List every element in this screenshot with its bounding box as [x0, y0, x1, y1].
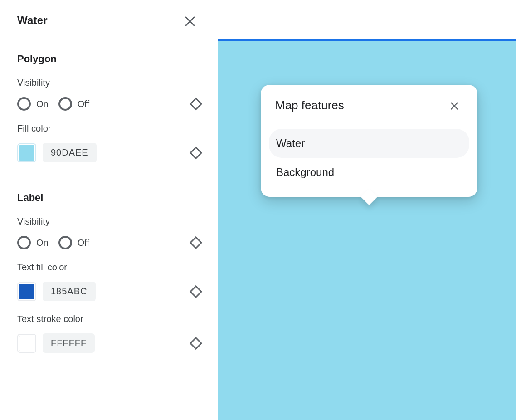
label-visibility-reset-button[interactable]: [190, 236, 202, 249]
polygon-fill-swatch[interactable]: [17, 143, 36, 162]
text-fill-hex-input[interactable]: 185ABC: [43, 282, 96, 301]
text-stroke-reset-button[interactable]: [190, 337, 202, 349]
map-topbar: [218, 0, 516, 41]
map-panel: Map features Water Background: [218, 0, 516, 420]
text-fill-swatch[interactable]: [17, 282, 36, 301]
radio-icon: [17, 236, 31, 249]
label-visibility-on-radio[interactable]: On: [17, 236, 49, 249]
color-swatch-icon: [19, 145, 34, 161]
polygon-fill-hex-input[interactable]: 90DAEE: [43, 143, 97, 162]
polygon-heading: Polygon: [17, 53, 200, 65]
popover-tail-icon: [361, 189, 378, 205]
radio-icon: [58, 97, 72, 111]
map-features-popover: Map features Water Background: [261, 85, 477, 197]
color-swatch-icon: [19, 336, 34, 351]
polygon-section: Polygon Visibility On Off Fill color: [0, 40, 218, 179]
polygon-visibility-label: Visibility: [17, 78, 200, 88]
label-visibility-label: Visibility: [17, 216, 200, 227]
sidebar-title: Water: [17, 14, 48, 27]
radio-label-off: Off: [78, 238, 89, 248]
text-stroke-hex-input[interactable]: FFFFFF: [43, 333, 95, 353]
close-popover-button[interactable]: [446, 97, 463, 114]
close-icon: [448, 99, 460, 111]
text-fill-label: Text fill color: [17, 262, 200, 273]
close-icon: [182, 13, 198, 28]
radio-label-on: On: [36, 238, 49, 248]
radio-icon: [17, 97, 31, 111]
feature-item-water[interactable]: Water: [269, 129, 469, 158]
style-sidebar: Water Polygon Visibility On Off: [0, 0, 218, 420]
polygon-fill-label: Fill color: [17, 123, 200, 134]
label-section: Label Visibility On Off Text fill color: [0, 179, 218, 369]
popover-title: Map features: [275, 98, 344, 112]
polygon-visibility-reset-button[interactable]: [190, 98, 202, 110]
close-sidebar-button[interactable]: [180, 10, 200, 31]
sidebar-header: Water: [0, 0, 218, 40]
map-canvas[interactable]: Map features Water Background: [218, 41, 516, 420]
polygon-visibility-off-radio[interactable]: Off: [58, 97, 89, 111]
radio-label-off: Off: [78, 99, 89, 109]
polygon-visibility-on-radio[interactable]: On: [17, 97, 49, 111]
text-stroke-label: Text stroke color: [17, 314, 200, 324]
feature-item-background[interactable]: Background: [269, 158, 469, 187]
radio-label-on: On: [36, 99, 49, 109]
polygon-fill-reset-button[interactable]: [190, 146, 202, 159]
text-stroke-swatch[interactable]: [17, 334, 36, 353]
label-heading: Label: [17, 192, 200, 204]
label-visibility-off-radio[interactable]: Off: [58, 236, 89, 249]
radio-icon: [58, 236, 72, 249]
text-fill-reset-button[interactable]: [190, 285, 202, 298]
color-swatch-icon: [19, 284, 34, 299]
